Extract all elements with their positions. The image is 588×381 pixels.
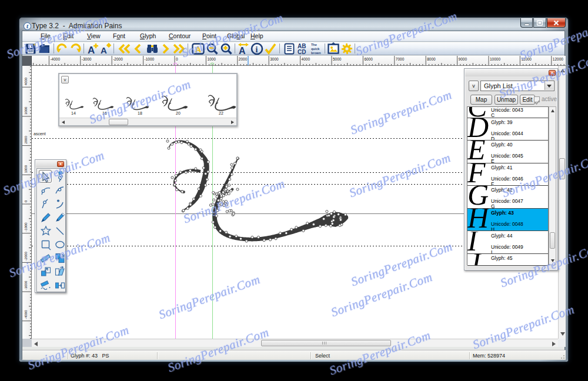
svg-text:-4000: -4000 — [24, 310, 28, 319]
svg-text:The: The — [311, 43, 317, 46]
svg-text:-2000: -2000 — [113, 57, 123, 61]
svg-text:10000: 10000 — [490, 57, 500, 61]
svg-text:-3000: -3000 — [24, 280, 28, 290]
svg-text:-2000: -2000 — [24, 251, 28, 260]
svg-text:1000: 1000 — [24, 165, 28, 173]
svg-text:-3000: -3000 — [82, 57, 92, 61]
svg-text:-4000: -4000 — [50, 57, 60, 61]
svg-text:12000: 12000 — [553, 57, 563, 61]
svg-text:3000: 3000 — [24, 106, 28, 115]
svg-text:11000: 11000 — [521, 57, 532, 61]
svg-text:0: 0 — [24, 200, 28, 202]
svg-text:6000: 6000 — [364, 57, 373, 61]
svg-text:A: A — [239, 46, 246, 55]
svg-text:A: A — [101, 45, 107, 55]
svg-text:4000: 4000 — [24, 77, 28, 85]
svg-text:A: A — [195, 45, 201, 54]
svg-text:7000: 7000 — [396, 57, 405, 61]
svg-text:i: i — [255, 45, 258, 54]
svg-text:0: 0 — [176, 57, 178, 61]
svg-text:quick: quick — [311, 47, 320, 51]
svg-text:1000: 1000 — [207, 57, 216, 61]
svg-text:8000: 8000 — [427, 57, 436, 61]
svg-text:CD: CD — [298, 49, 306, 55]
svg-text:4000: 4000 — [302, 57, 310, 61]
svg-text:2000: 2000 — [239, 57, 248, 61]
svg-text:-1000: -1000 — [24, 222, 28, 232]
svg-text:9000: 9000 — [459, 57, 467, 61]
svg-text:-1000: -1000 — [145, 57, 155, 61]
svg-text:5000: 5000 — [333, 57, 342, 61]
svg-text:3000: 3000 — [270, 57, 279, 61]
svg-text:2000: 2000 — [24, 136, 28, 144]
svg-text:brown: brown — [311, 51, 321, 55]
